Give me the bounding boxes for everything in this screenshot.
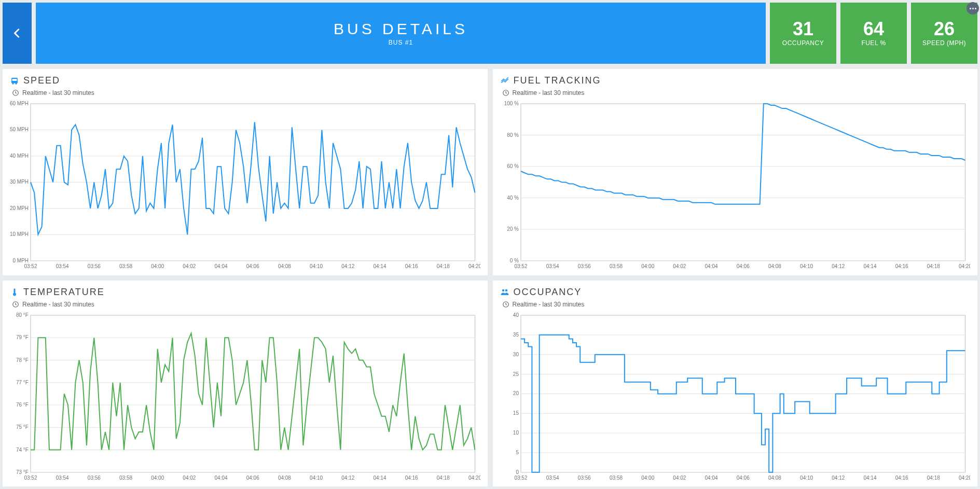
- panel-title-text: TEMPERATURE: [23, 287, 105, 298]
- stat-card-occupancy: 31 OCCUPANCY: [770, 3, 836, 64]
- trend-icon: [500, 76, 509, 86]
- people-icon: [500, 287, 509, 297]
- panel-fuel: FUEL TRACKING Realtime - last 30 minutes…: [493, 69, 978, 275]
- svg-text:04:12: 04:12: [832, 263, 845, 269]
- svg-text:04:02: 04:02: [183, 263, 196, 269]
- stat-value: 31: [793, 20, 813, 38]
- svg-text:04:06: 04:06: [246, 474, 259, 480]
- stat-card-fuel: 64 FUEL %: [840, 3, 907, 64]
- svg-text:04:10: 04:10: [800, 474, 813, 480]
- clock-icon: [12, 301, 19, 308]
- svg-text:04:14: 04:14: [373, 263, 386, 269]
- svg-text:03:54: 03:54: [546, 263, 559, 269]
- svg-text:03:56: 03:56: [88, 474, 101, 480]
- svg-text:04:16: 04:16: [405, 263, 418, 269]
- svg-text:04:10: 04:10: [800, 263, 813, 269]
- svg-text:04:00: 04:00: [641, 474, 654, 480]
- svg-text:20: 20: [513, 390, 519, 396]
- svg-text:40: 40: [513, 312, 519, 318]
- svg-text:40 MPH: 40 MPH: [10, 153, 29, 159]
- panel-title-text: OCCUPANCY: [514, 287, 582, 298]
- svg-text:04:18: 04:18: [437, 474, 450, 480]
- svg-text:25: 25: [513, 371, 519, 376]
- svg-text:04:16: 04:16: [405, 474, 418, 480]
- svg-text:40 %: 40 %: [507, 195, 519, 201]
- svg-text:03:58: 03:58: [610, 474, 623, 480]
- svg-text:75 °F: 75 °F: [16, 424, 29, 430]
- chart-temperature: 73 °F74 °F75 °F76 °F77 °F78 °F79 °F80 °F…: [10, 312, 480, 483]
- svg-text:78 °F: 78 °F: [16, 357, 29, 362]
- clock-icon: [502, 301, 509, 308]
- svg-text:73 °F: 73 °F: [16, 469, 29, 474]
- panel-subtitle-text: Realtime - last 30 minutes: [513, 89, 585, 96]
- title-block: BUS DETAILS BUS #1: [36, 3, 766, 64]
- svg-text:04:12: 04:12: [832, 474, 845, 480]
- back-button[interactable]: [3, 3, 32, 64]
- svg-point-99: [502, 289, 504, 292]
- svg-rect-36: [520, 104, 965, 261]
- thermometer-icon: [10, 287, 19, 297]
- svg-point-3: [16, 82, 17, 84]
- svg-text:03:52: 03:52: [514, 263, 527, 269]
- svg-text:04:08: 04:08: [768, 263, 781, 269]
- panel-speed: SPEED Realtime - last 30 minutes 0 MPH10…: [3, 69, 488, 275]
- svg-text:0 %: 0 %: [509, 258, 518, 263]
- svg-text:03:52: 03:52: [514, 474, 527, 480]
- overflow-menu-button[interactable]: [967, 2, 979, 15]
- panel-title-text: SPEED: [23, 75, 60, 86]
- stat-label: OCCUPANCY: [782, 39, 824, 47]
- svg-rect-1: [12, 79, 17, 81]
- svg-text:04:20: 04:20: [468, 263, 480, 269]
- stat-label: FUEL %: [861, 39, 886, 47]
- stat-value: 26: [934, 20, 955, 38]
- panel-title-row: SPEED: [10, 75, 480, 86]
- svg-text:03:54: 03:54: [546, 474, 559, 480]
- svg-text:04:06: 04:06: [246, 263, 259, 269]
- svg-text:04:08: 04:08: [768, 474, 781, 480]
- svg-text:0: 0: [516, 469, 519, 474]
- svg-text:5: 5: [516, 449, 519, 455]
- svg-text:04:16: 04:16: [895, 263, 908, 269]
- svg-text:04:14: 04:14: [373, 474, 386, 480]
- svg-text:03:56: 03:56: [577, 263, 590, 269]
- panel-title-row: TEMPERATURE: [10, 287, 480, 298]
- chart-speed: 0 MPH10 MPH20 MPH30 MPH40 MPH50 MPH60 MP…: [10, 101, 480, 271]
- panel-subtitle-text: Realtime - last 30 minutes: [22, 89, 94, 96]
- svg-point-2: [12, 82, 14, 84]
- svg-text:04:10: 04:10: [310, 474, 323, 480]
- clock-icon: [12, 89, 19, 96]
- panel-title-row: OCCUPANCY: [500, 287, 971, 298]
- svg-text:76 °F: 76 °F: [16, 402, 29, 408]
- bus-icon: [10, 76, 19, 86]
- svg-text:04:14: 04:14: [863, 474, 876, 480]
- svg-text:04:20: 04:20: [958, 474, 970, 480]
- svg-text:04:18: 04:18: [437, 263, 450, 269]
- header: BUS DETAILS BUS #1 31 OCCUPANCY 64 FUEL …: [0, 0, 980, 66]
- svg-text:03:56: 03:56: [577, 474, 590, 480]
- svg-text:15: 15: [513, 410, 519, 416]
- svg-text:04:04: 04:04: [705, 474, 717, 480]
- svg-text:04:06: 04:06: [736, 263, 749, 269]
- svg-text:03:58: 03:58: [119, 263, 132, 269]
- svg-rect-64: [14, 288, 16, 293]
- svg-text:04:04: 04:04: [215, 263, 228, 269]
- svg-text:03:58: 03:58: [119, 474, 132, 480]
- svg-text:30 MPH: 30 MPH: [10, 179, 29, 185]
- svg-text:04:10: 04:10: [310, 263, 323, 269]
- chevron-left-icon: [11, 27, 23, 39]
- svg-text:04:04: 04:04: [215, 474, 228, 480]
- svg-text:04:14: 04:14: [863, 263, 876, 269]
- svg-point-65: [13, 293, 16, 296]
- svg-text:60 %: 60 %: [507, 163, 519, 169]
- svg-text:04:20: 04:20: [468, 474, 480, 480]
- svg-text:04:08: 04:08: [278, 474, 291, 480]
- svg-text:03:54: 03:54: [56, 474, 69, 480]
- svg-point-100: [505, 289, 507, 292]
- panel-title-text: FUEL TRACKING: [514, 75, 601, 86]
- panel-occupancy: OCCUPANCY Realtime - last 30 minutes 051…: [493, 281, 978, 487]
- chart-occupancy: 051015202530354003:5203:5403:5603:5804:0…: [500, 312, 971, 483]
- svg-text:80 °F: 80 °F: [16, 312, 29, 318]
- page-title: BUS DETAILS: [334, 20, 468, 38]
- svg-text:04:00: 04:00: [151, 263, 164, 269]
- page-subtitle: BUS #1: [389, 39, 413, 46]
